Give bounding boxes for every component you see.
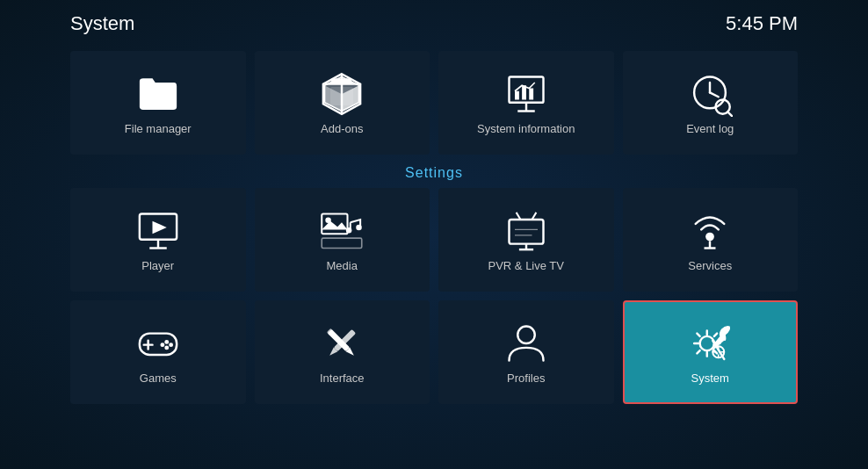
tile-add-ons-label: Add-ons <box>321 122 363 135</box>
tile-media-label: Media <box>327 259 358 272</box>
media-icon <box>319 208 365 254</box>
svg-rect-18 <box>322 213 348 234</box>
tile-services-label: Services <box>688 259 732 272</box>
svg-marker-20 <box>322 220 348 229</box>
svg-rect-6 <box>515 90 519 99</box>
page-title: System <box>70 12 134 35</box>
tile-interface[interactable]: Interface <box>255 300 430 404</box>
svg-point-39 <box>164 345 169 350</box>
tile-interface-label: Interface <box>320 372 365 385</box>
svg-point-40 <box>160 343 164 347</box>
tile-file-manager[interactable]: File manager <box>70 51 246 155</box>
tile-services[interactable]: Services <box>623 188 799 292</box>
svg-rect-24 <box>509 220 543 244</box>
svg-point-37 <box>164 339 169 343</box>
svg-line-13 <box>728 112 733 116</box>
settings-label: Settings <box>70 155 798 188</box>
clock-icon <box>687 71 733 117</box>
clock: 5:45 PM <box>726 12 798 35</box>
svg-rect-23 <box>322 238 363 248</box>
chart-icon <box>503 71 549 117</box>
mid-row: Player Media <box>70 188 798 292</box>
top-row: File manager Add-ons <box>70 51 798 155</box>
svg-marker-17 <box>152 220 166 234</box>
tv-icon <box>503 208 549 254</box>
tile-event-log-label: Event log <box>686 122 734 135</box>
tile-profiles-label: Profiles <box>507 372 545 385</box>
tile-pvr-live-tv-label: PVR & Live TV <box>488 259 564 272</box>
folder-icon <box>135 71 181 117</box>
svg-rect-8 <box>529 88 533 99</box>
tile-add-ons[interactable]: Add-ons <box>255 51 430 155</box>
tile-system[interactable]: System <box>623 300 799 404</box>
pencil-icon <box>319 321 365 366</box>
tile-player[interactable]: Player <box>70 188 246 292</box>
box-icon <box>319 71 365 117</box>
bottom-row: Games Interface Prof <box>70 300 798 404</box>
tile-media[interactable]: Media <box>255 188 430 292</box>
tile-games[interactable]: Games <box>70 300 246 404</box>
person-icon <box>503 321 549 366</box>
svg-line-11 <box>710 92 719 97</box>
svg-point-46 <box>517 326 535 343</box>
tile-system-information[interactable]: System information <box>438 51 614 155</box>
tile-file-manager-label: File manager <box>125 122 192 135</box>
tile-pvr-live-tv[interactable]: PVR & Live TV <box>438 188 614 292</box>
svg-point-31 <box>705 232 714 241</box>
monitor-icon <box>135 208 181 254</box>
gear-icon <box>687 321 733 366</box>
tile-system-information-label: System information <box>477 122 575 135</box>
tile-system-label: System <box>691 372 729 385</box>
gamepad-icon <box>135 321 181 366</box>
svg-point-38 <box>169 343 173 347</box>
broadcast-icon <box>687 208 733 254</box>
tile-games-label: Games <box>140 372 177 385</box>
svg-point-22 <box>357 224 363 230</box>
tile-profiles[interactable]: Profiles <box>438 300 614 404</box>
svg-point-21 <box>346 227 352 233</box>
tile-player-label: Player <box>141 259 174 272</box>
tile-event-log[interactable]: Event log <box>623 51 799 155</box>
svg-point-47 <box>700 336 714 350</box>
